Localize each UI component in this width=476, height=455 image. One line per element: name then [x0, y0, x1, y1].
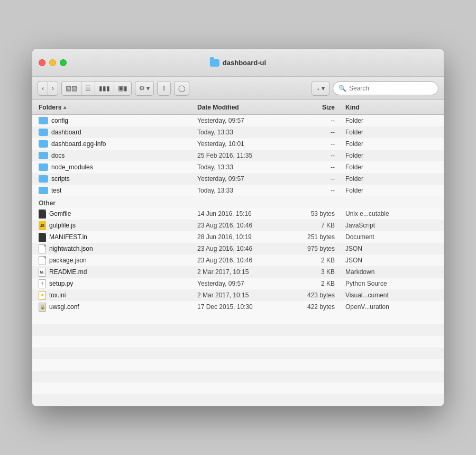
file-date: Today, 13:33 [197, 163, 292, 171]
table-row[interactable]: Gemfile 14 Jun 2016, 15:16 53 bytes Unix… [32, 208, 444, 220]
table-row[interactable]: M↓ README.md 2 Mar 2017, 10:15 3 KB Mark… [32, 266, 444, 278]
file-size: 422 bytes [292, 303, 335, 311]
close-button[interactable] [39, 59, 45, 66]
list-view-button[interactable]: ☰ [81, 81, 95, 96]
table-row[interactable]: 🔒 uwsgi.conf 17 Dec 2015, 10:30 422 byte… [32, 301, 444, 313]
file-name: docs [51, 152, 65, 159]
file-name-cell: package.json [39, 256, 197, 265]
table-row[interactable]: 7 setup.py Yesterday, 09:57 2 KB Python … [32, 278, 444, 289]
file-generic-icon [39, 244, 46, 253]
file-name-cell: 🔒 uwsgi.conf [39, 303, 197, 312]
file-size: -- [292, 152, 335, 159]
file-kind: Folder [335, 129, 437, 136]
table-row[interactable]: JS gulpfile.js 23 Aug 2016, 10:46 7 KB J… [32, 220, 444, 231]
other-section-header: Other [32, 196, 444, 208]
table-row[interactable]: dashboard.egg-info Yesterday, 10:01 -- F… [32, 138, 444, 150]
forward-button[interactable]: › [48, 81, 58, 96]
file-name-cell: test [39, 187, 197, 194]
file-size: 53 bytes [292, 210, 335, 217]
empty-row [32, 324, 444, 336]
table-row[interactable]: nightwatch.json 23 Aug 2016, 10:46 975 b… [32, 243, 444, 254]
table-row[interactable]: ✗ tox.ini 2 Mar 2017, 10:15 423 bytes Vi… [32, 289, 444, 301]
table-row[interactable]: docs 25 Feb 2016, 11:35 -- Folder [32, 150, 444, 161]
file-size: 2 KB [292, 280, 335, 287]
file-name: setup.py [49, 280, 73, 287]
file-size: 423 bytes [292, 292, 335, 299]
empty-row [32, 336, 444, 348]
file-name: tox.ini [49, 292, 66, 299]
file-generic-icon [39, 256, 46, 265]
maximize-button[interactable] [60, 59, 67, 66]
file-py-icon: 7 [39, 279, 46, 288]
tag-button[interactable]: ◯ [174, 81, 189, 96]
file-name-cell: dashboard [39, 129, 197, 136]
empty-rows [32, 313, 444, 406]
action-button[interactable]: ⚙ ▾ [135, 81, 154, 96]
file-list: config Yesterday, 09:57 -- Folder dashbo… [32, 115, 444, 406]
kind-column-header[interactable]: Kind [335, 104, 437, 111]
file-name-cell: docs [39, 152, 197, 159]
file-tox-icon: ✗ [39, 291, 46, 300]
file-size: -- [292, 163, 335, 171]
file-kind: Python Source [335, 280, 437, 287]
file-name-cell: dashboard.egg-info [39, 140, 197, 148]
table-row[interactable]: dashboard Today, 13:33 -- Folder [32, 126, 444, 138]
file-size: -- [292, 117, 335, 124]
file-name: Gemfile [49, 210, 71, 217]
file-name: node_modules [51, 163, 93, 171]
file-name-cell: nightwatch.json [39, 244, 197, 253]
size-column-header[interactable]: Size [292, 104, 335, 111]
minimize-button[interactable] [49, 59, 56, 66]
file-kind: Visual...cument [335, 292, 437, 299]
table-row[interactable]: package.json 23 Aug 2016, 10:46 2 KB JSO… [32, 254, 444, 266]
table-row[interactable]: node_modules Today, 13:33 -- Folder [32, 161, 444, 173]
file-date: 14 Jun 2016, 15:16 [197, 210, 292, 217]
file-size: 3 KB [292, 268, 335, 276]
finder-window: dashboard-ui ‹ › ▧▧ ☰ ▮▮▮ ▣▮ ⚙ ▾ ⇧ ◯ ⬩ ▾… [32, 49, 444, 406]
table-row[interactable]: scripts Yesterday, 09:57 -- Folder [32, 173, 444, 185]
window-title: dashboard-ui [210, 59, 266, 67]
column-view-button[interactable]: ▮▮▮ [95, 81, 114, 96]
search-input[interactable] [349, 85, 433, 92]
folder-icon [39, 129, 48, 136]
column-headers: Folders ▴ Date Modified Size Kind [32, 100, 444, 115]
folder-icon [39, 163, 48, 171]
share-button[interactable]: ⇧ [157, 81, 171, 96]
file-black-icon [39, 210, 46, 219]
file-kind: Folder [335, 163, 437, 171]
file-date: Yesterday, 09:57 [197, 175, 292, 183]
file-name: config [51, 117, 68, 124]
file-date: Yesterday, 09:57 [197, 280, 292, 287]
file-kind: Folder [335, 187, 437, 194]
table-row[interactable]: MANIFEST.in 28 Jun 2016, 10:19 251 bytes… [32, 231, 444, 243]
file-name-cell: MANIFEST.in [39, 233, 197, 242]
traffic-lights [39, 59, 67, 66]
back-button[interactable]: ‹ [38, 81, 48, 96]
file-date: Today, 13:33 [197, 187, 292, 194]
table-row[interactable]: config Yesterday, 09:57 -- Folder [32, 115, 444, 126]
file-name-cell: 7 setup.py [39, 279, 197, 288]
date-column-header[interactable]: Date Modified [197, 104, 292, 111]
file-date: 25 Feb 2016, 11:35 [197, 152, 292, 159]
file-kind: Markdown [335, 268, 437, 276]
dropbox-button[interactable]: ⬩ ▾ [312, 81, 329, 96]
file-date: 23 Aug 2016, 10:46 [197, 222, 292, 229]
file-name-cell: node_modules [39, 163, 197, 171]
file-name-cell: scripts [39, 175, 197, 183]
name-column-header[interactable]: Folders ▴ [39, 104, 197, 111]
folder-icon [210, 59, 219, 67]
empty-row [32, 383, 444, 394]
empty-row [32, 313, 444, 324]
file-md-icon: M↓ [39, 268, 46, 277]
search-box[interactable]: 🔍 [333, 81, 438, 95]
file-size: 975 bytes [292, 245, 335, 252]
table-row[interactable]: test Today, 13:33 -- Folder [32, 185, 444, 196]
file-date: Yesterday, 10:01 [197, 140, 292, 148]
file-name: test [51, 187, 61, 194]
file-name: nightwatch.json [49, 245, 93, 252]
icon-view-button[interactable]: ▧▧ [61, 81, 81, 96]
file-name: dashboard.egg-info [51, 140, 106, 148]
file-size: -- [292, 140, 335, 148]
cover-flow-button[interactable]: ▣▮ [114, 81, 132, 96]
view-buttons: ▧▧ ☰ ▮▮▮ ▣▮ [61, 81, 132, 96]
